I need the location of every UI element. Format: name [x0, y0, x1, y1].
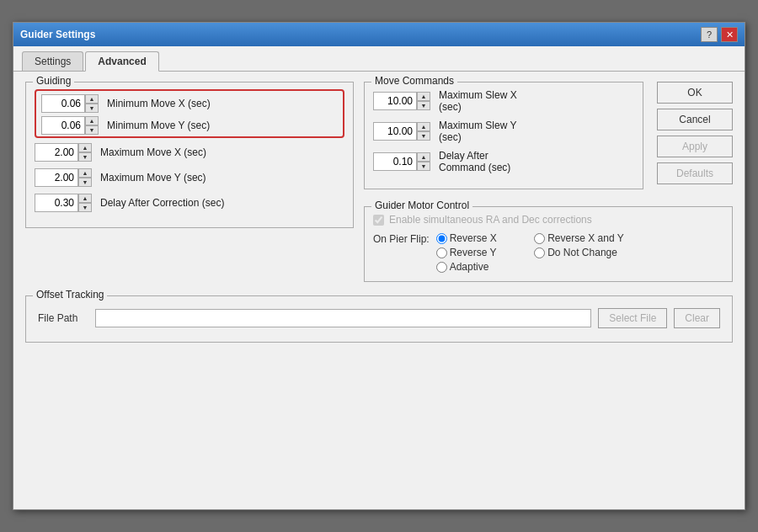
tab-advanced[interactable]: Advanced: [85, 51, 158, 72]
delay-cmd-spinner: ▲ ▼: [373, 152, 430, 171]
delay-after-row: ▲ ▼ Delay After Correction (sec): [35, 194, 344, 212]
left-panel: Guiding ▲ ▼ Minimum: [25, 82, 354, 290]
window-title: Guider Settings: [20, 29, 95, 40]
delay-cmd-up[interactable]: ▲: [417, 152, 430, 162]
max-slew-x-input[interactable]: [373, 92, 417, 110]
motor-control-legend: Guider Motor Control: [371, 200, 472, 211]
right-panel: Move Commands ▲ ▼ Maximum Slew X(sec): [364, 82, 733, 290]
radio-reverse-y-input[interactable]: [436, 247, 447, 258]
max-move-x-label: Maximum Move X (sec): [100, 146, 206, 158]
max-move-x-down[interactable]: ▼: [78, 152, 92, 162]
max-slew-x-row: ▲ ▼ Maximum Slew X(sec): [373, 89, 634, 113]
radio-options: Reverse X Reverse X and Y Reverse Y: [436, 232, 624, 273]
min-move-x-up[interactable]: ▲: [85, 94, 99, 104]
min-move-x-input[interactable]: [41, 94, 85, 113]
right-top: Move Commands ▲ ▼ Maximum Slew X(sec): [364, 82, 733, 198]
radio-reverse-x-label: Reverse X: [450, 232, 497, 244]
move-commands-group: Move Commands ▲ ▼ Maximum Slew X(sec): [364, 82, 643, 189]
delay-after-up[interactable]: ▲: [78, 194, 92, 203]
simultaneous-checkbox-row: Enable simultaneous RA and Dec correctio…: [373, 214, 723, 226]
radio-reverse-y-label: Reverse Y: [450, 247, 497, 258]
max-slew-y-row: ▲ ▼ Maximum Slew Y(sec): [373, 120, 634, 143]
max-slew-y-input[interactable]: [373, 122, 417, 141]
max-slew-y-label: Maximum Slew Y(sec): [439, 120, 516, 143]
pier-flip-row: On Pier Flip: Reverse X Reverse X and Y: [373, 232, 723, 273]
apply-button[interactable]: Apply: [657, 136, 733, 157]
simultaneous-checkbox[interactable]: [373, 215, 384, 226]
main-window: Guider Settings ? ✕ Settings Advanced Gu…: [13, 22, 745, 510]
max-move-y-down[interactable]: ▼: [78, 178, 92, 187]
min-move-y-spinner: ▲ ▼: [41, 116, 99, 135]
max-move-x-spinner: ▲ ▼: [35, 143, 92, 162]
tab-settings[interactable]: Settings: [22, 51, 83, 71]
max-slew-y-spin-buttons: ▲ ▼: [417, 122, 430, 141]
select-file-button[interactable]: Select File: [598, 308, 667, 328]
main-row: Guiding ▲ ▼ Minimum: [25, 82, 733, 290]
offset-tracking-group: Offset Tracking File Path Select File Cl…: [25, 295, 733, 343]
highlighted-group: ▲ ▼ Minimum Move X (sec) ▲: [35, 89, 344, 138]
cancel-button[interactable]: Cancel: [657, 109, 733, 130]
window-controls: ? ✕: [701, 27, 738, 42]
max-move-y-input[interactable]: [35, 168, 78, 187]
content-area: Guiding ▲ ▼ Minimum: [13, 72, 745, 363]
max-move-x-up[interactable]: ▲: [78, 143, 92, 152]
max-slew-x-label: Maximum Slew X(sec): [439, 89, 517, 113]
close-button[interactable]: ✕: [721, 27, 738, 42]
min-move-x-spinner: ▲ ▼: [41, 94, 99, 113]
max-move-y-spin-buttons: ▲ ▼: [78, 168, 92, 187]
delay-cmd-row: ▲ ▼ Delay AfterCommand (sec): [373, 150, 634, 173]
max-move-x-row: ▲ ▼ Maximum Move X (sec): [35, 143, 344, 162]
delay-after-input[interactable]: [35, 194, 78, 212]
file-path-label: File Path: [38, 312, 88, 324]
radio-do-not-change-input[interactable]: [534, 247, 545, 258]
max-slew-y-spinner: ▲ ▼: [373, 122, 430, 141]
radio-do-not-change-label: Do Not Change: [547, 247, 617, 258]
pier-flip-label: On Pier Flip:: [373, 232, 430, 245]
max-slew-y-down[interactable]: ▼: [417, 131, 430, 141]
radio-reverse-x-y-input[interactable]: [534, 233, 545, 244]
radio-adaptive: Adaptive: [436, 261, 526, 273]
radio-reverse-x: Reverse X: [436, 232, 526, 244]
max-slew-x-spin-buttons: ▲ ▼: [417, 92, 430, 110]
delay-cmd-down[interactable]: ▼: [417, 162, 430, 171]
radio-reverse-x-y: Reverse X and Y: [534, 232, 624, 244]
clear-button[interactable]: Clear: [674, 308, 720, 328]
min-move-y-down[interactable]: ▼: [85, 125, 99, 135]
min-move-y-row: ▲ ▼ Minimum Move Y (sec): [41, 116, 338, 135]
max-slew-x-up[interactable]: ▲: [417, 92, 430, 101]
min-move-y-spin-buttons: ▲ ▼: [85, 116, 99, 135]
radio-do-not-change: Do Not Change: [534, 247, 624, 258]
delay-after-label: Delay After Correction (sec): [100, 197, 224, 209]
radio-reverse-y: Reverse Y: [436, 247, 526, 258]
simultaneous-label: Enable simultaneous RA and Dec correctio…: [389, 214, 592, 226]
min-move-y-label: Minimum Move Y (sec): [107, 120, 210, 131]
offset-tracking-legend: Offset Tracking: [33, 289, 107, 301]
guiding-legend: Guiding: [33, 75, 74, 87]
max-move-y-row: ▲ ▼ Maximum Move Y (sec): [35, 168, 344, 187]
min-move-x-row: ▲ ▼ Minimum Move X (sec): [41, 94, 338, 113]
defaults-button[interactable]: Defaults: [657, 162, 733, 184]
max-move-x-input[interactable]: [35, 143, 78, 162]
max-slew-x-down[interactable]: ▼: [417, 101, 430, 110]
max-move-y-label: Maximum Move Y (sec): [100, 172, 206, 184]
file-path-input[interactable]: [95, 309, 591, 327]
delay-after-down[interactable]: ▼: [78, 203, 92, 212]
radio-adaptive-input[interactable]: [436, 262, 447, 273]
file-path-row: File Path Select File Clear: [35, 303, 723, 333]
radio-reverse-x-y-label: Reverse X and Y: [547, 232, 624, 244]
min-move-y-up[interactable]: ▲: [85, 116, 99, 125]
motor-control-group: Guider Motor Control Enable simultaneous…: [364, 206, 733, 282]
delay-cmd-input[interactable]: [373, 152, 417, 171]
ok-button[interactable]: OK: [657, 82, 733, 104]
min-move-y-input[interactable]: [41, 116, 85, 135]
radio-adaptive-label: Adaptive: [450, 261, 489, 273]
max-move-x-spin-buttons: ▲ ▼: [78, 143, 92, 162]
max-slew-y-up[interactable]: ▲: [417, 122, 430, 131]
max-move-y-up[interactable]: ▲: [78, 168, 92, 178]
max-move-y-spinner: ▲ ▼: [35, 168, 92, 187]
radio-reverse-x-input[interactable]: [436, 233, 447, 244]
min-move-x-label: Minimum Move X (sec): [107, 98, 211, 109]
help-button[interactable]: ?: [701, 27, 718, 42]
guiding-group: Guiding ▲ ▼ Minimum: [25, 82, 354, 228]
min-move-x-down[interactable]: ▼: [85, 104, 99, 113]
